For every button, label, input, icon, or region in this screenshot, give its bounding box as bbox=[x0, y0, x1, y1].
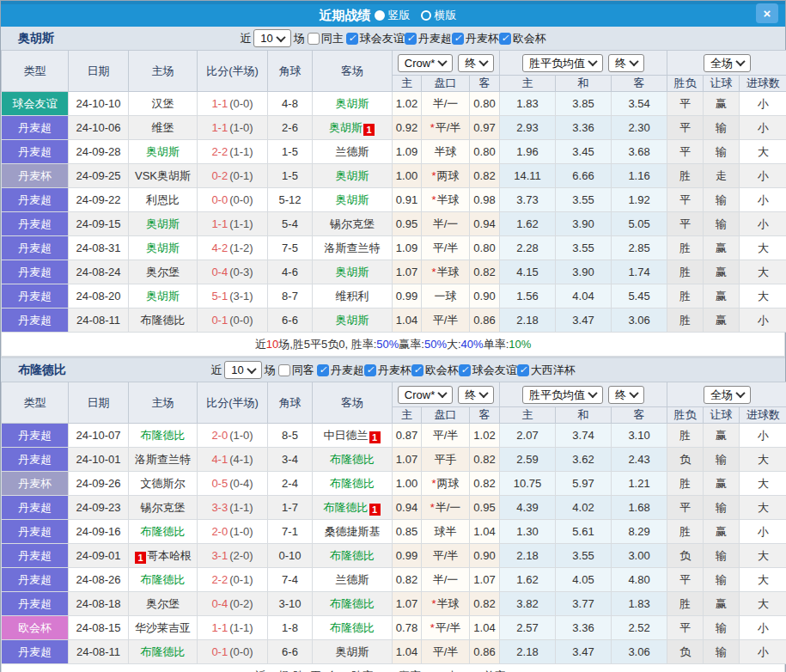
avg-draw-cell: 4.05 bbox=[556, 568, 612, 592]
halftime-score: (0-0) bbox=[229, 314, 253, 327]
league-checkbox[interactable]: 丹麦超 bbox=[317, 363, 364, 378]
corners-cell: 1-7 bbox=[268, 496, 313, 520]
col-header-home: 主场 bbox=[129, 382, 198, 424]
red-card-badge: 1 bbox=[135, 552, 146, 564]
league-label: 大西洋杯 bbox=[531, 363, 576, 378]
score-cell: 0-4(0-3) bbox=[198, 260, 268, 284]
type-cell: 欧会杯 bbox=[2, 616, 69, 640]
fulltime-select[interactable]: 全场 bbox=[704, 386, 751, 404]
odds-away-cell: 0.95 bbox=[470, 496, 500, 520]
avg-draw-cell: 3.85 bbox=[556, 92, 612, 116]
radio-horizontal-layout[interactable]: 横版 bbox=[421, 8, 457, 23]
score-cell: 2-0(1-0) bbox=[198, 520, 268, 544]
league-checkbox[interactable]: 欧会杯 bbox=[411, 363, 459, 378]
odds-home-cell: 1.00 bbox=[393, 164, 422, 188]
goals-result-cell: 大 bbox=[740, 592, 786, 616]
handicap-line-cell: *半/一 bbox=[422, 496, 470, 520]
team-label: 文德斯尔 bbox=[141, 477, 186, 490]
handicap-result-cell: 输 bbox=[704, 212, 740, 236]
type-cell: 丹麦超 bbox=[2, 496, 69, 520]
avg-final-select[interactable]: 终 bbox=[608, 54, 644, 72]
odds-away-cell: 1.04 bbox=[470, 520, 500, 544]
avg-draw-cell: 3.90 bbox=[556, 260, 612, 284]
away-team-cell: 布隆德比 bbox=[313, 592, 393, 616]
radio-selected-icon bbox=[375, 10, 385, 21]
odds-company-select[interactable]: Crow* bbox=[398, 386, 453, 404]
early-line-star: * bbox=[431, 169, 436, 182]
summary-part: 单率: bbox=[484, 337, 509, 352]
goals-result-cell: 小 bbox=[740, 616, 786, 640]
league-label: 丹麦超 bbox=[331, 363, 364, 378]
col-header-type: 类型 bbox=[2, 51, 69, 92]
odds-away-cell: 0.86 bbox=[470, 640, 500, 664]
league-checkbox[interactable]: 欧会杯 bbox=[499, 31, 546, 46]
odds-final-select[interactable]: 终 bbox=[458, 54, 494, 72]
odds-away-cell: 0.82 bbox=[470, 448, 500, 472]
fulltime-select[interactable]: 全场 bbox=[704, 54, 751, 72]
odds-away-cell: 0.82 bbox=[470, 472, 500, 496]
league-checkbox[interactable]: 丹麦杯 bbox=[364, 363, 411, 378]
same-venue-checkbox[interactable]: 同主 bbox=[308, 31, 344, 46]
summary-part: 50% bbox=[424, 338, 447, 351]
league-checkbox[interactable]: 球会友谊 bbox=[346, 31, 405, 46]
avg-draw-cell: 5.97 bbox=[556, 472, 612, 496]
early-line-star: * bbox=[431, 266, 436, 278]
chevron-down-icon bbox=[479, 57, 489, 66]
home-team-cell: 奥尔堡 bbox=[129, 592, 198, 616]
table-row: 欧会杯24-08-15华沙莱吉亚1-1(1-1)1-8布隆德比0.78*平/半1… bbox=[2, 616, 786, 640]
recent-label: 近 bbox=[240, 31, 251, 46]
score-cell: 0-5(0-4) bbox=[198, 472, 268, 496]
avg-select[interactable]: 胜平负均值 bbox=[522, 54, 603, 72]
avg-home-cell: 3.82 bbox=[500, 592, 556, 616]
avg-home-cell: 2.28 bbox=[500, 236, 556, 260]
type-cell: 丹麦超 bbox=[2, 424, 69, 448]
avg-home-cell: 10.75 bbox=[500, 472, 556, 496]
odds-company-select[interactable]: Crow* bbox=[398, 54, 453, 72]
wdl-result-cell: 胜 bbox=[667, 472, 704, 496]
handicap-line-label: 半/一 bbox=[433, 573, 459, 586]
avg-home-cell: 2.18 bbox=[500, 544, 556, 568]
avg-away-cell: 2.52 bbox=[612, 616, 667, 640]
chevron-down-icon bbox=[247, 363, 256, 373]
home-team-cell: 布隆德比 bbox=[129, 424, 198, 448]
table-row: 丹麦超24-08-24奥尔堡0-4(0-3)4-6奥胡斯1.07*半球0.824… bbox=[2, 260, 786, 284]
goals-result-cell: 小 bbox=[740, 116, 786, 140]
avg-select[interactable]: 胜平负均值 bbox=[522, 386, 603, 404]
checkbox-icon bbox=[499, 33, 511, 45]
odds-final-select[interactable]: 终 bbox=[458, 386, 494, 404]
avg-final-select[interactable]: 终 bbox=[608, 386, 644, 404]
handicap-line-cell: 平/半 bbox=[422, 236, 470, 260]
close-button[interactable]: × bbox=[756, 3, 778, 23]
table-row: 丹麦超24-09-23锡尔克堡3-3(1-1)1-7布隆德比10.94*半/一0… bbox=[2, 496, 786, 520]
fulltime-score: 4-2 bbox=[211, 241, 228, 254]
odds-away-cell: 0.82 bbox=[470, 592, 500, 616]
odds-away-cell: 0.94 bbox=[470, 212, 500, 236]
odds-home-cell: 1.04 bbox=[393, 309, 422, 333]
league-checkbox[interactable]: 丹麦超 bbox=[405, 31, 452, 46]
table-row: 丹麦超24-08-20奥胡斯5-1(3-1)8-7维积利0.99一球0.901.… bbox=[2, 284, 786, 309]
chevron-down-icon bbox=[735, 57, 745, 66]
avg-draw-cell: 3.36 bbox=[556, 116, 612, 140]
early-line-star: * bbox=[430, 121, 435, 134]
league-checkbox[interactable]: 球会友谊 bbox=[459, 363, 517, 378]
odds-home-cell: 0.95 bbox=[393, 212, 422, 236]
fulltime-score: 4-1 bbox=[211, 453, 228, 466]
early-line-star: * bbox=[431, 477, 436, 490]
wdl-result-cell: 胜 bbox=[667, 164, 704, 188]
score-cell: 3-3(1-1) bbox=[198, 496, 268, 520]
match-count-select[interactable]: 10 bbox=[224, 361, 261, 379]
league-checkbox[interactable]: 大西洋杯 bbox=[517, 363, 576, 378]
table-row: 丹麦超24-09-15奥胡斯1-1(1-1)5-4锡尔克堡0.95半/一0.94… bbox=[2, 212, 786, 236]
checkbox-icon bbox=[308, 33, 320, 45]
handicap-line-cell: *两球 bbox=[422, 472, 470, 496]
league-checkbox[interactable]: 丹麦杯 bbox=[452, 31, 499, 46]
away-team-cell: 兰德斯 bbox=[313, 140, 393, 164]
home-team-cell: 奥胡斯 bbox=[129, 236, 198, 260]
summary-part: 单率: bbox=[484, 669, 509, 672]
same-venue-checkbox[interactable]: 同客 bbox=[278, 363, 314, 378]
sub-header-goals: 进球数 bbox=[740, 76, 786, 92]
fulltime-score: 2-0 bbox=[211, 429, 228, 442]
avg-home-cell: 2.18 bbox=[500, 640, 556, 664]
radio-vertical-layout[interactable]: 竖版 bbox=[375, 8, 411, 23]
match-count-select[interactable]: 10 bbox=[253, 29, 290, 47]
